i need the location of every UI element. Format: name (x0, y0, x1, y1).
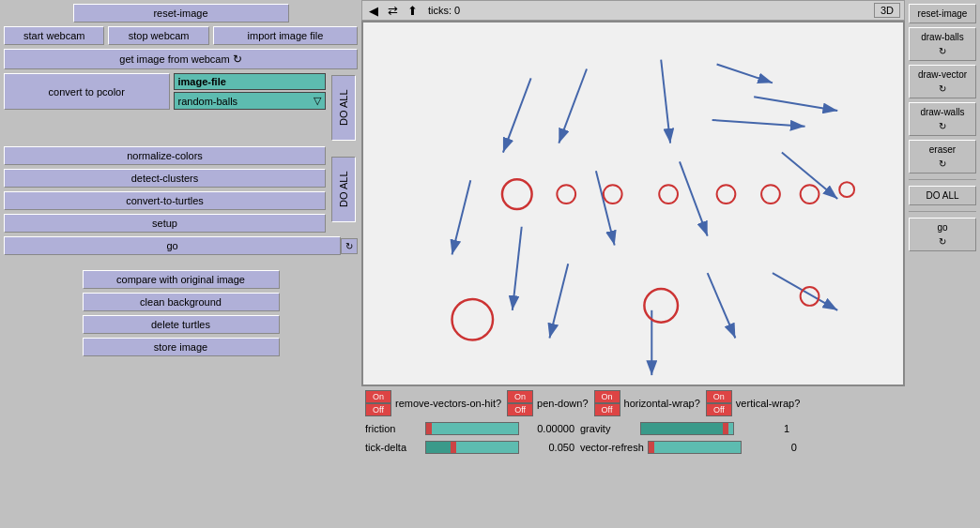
gravity-value: 1 (738, 423, 789, 434)
eraser-button[interactable]: eraser ↻ (909, 140, 976, 173)
swap-icon[interactable]: ⇄ (385, 3, 401, 19)
pen-down-label: pen-down? (537, 398, 588, 409)
friction-track[interactable] (425, 422, 519, 435)
detect-clusters-button[interactable]: detect-clusters (4, 169, 326, 188)
gravity-thumb[interactable] (723, 423, 728, 434)
svg-point-23 (839, 182, 854, 197)
vertical-wrap-switch[interactable]: On Off (706, 390, 732, 416)
separator (909, 179, 976, 180)
convert-pcolor-button[interactable]: convert to pcolor (4, 73, 170, 110)
gravity-label: gravity (580, 423, 636, 434)
horizontal-wrap-on[interactable]: On (594, 390, 620, 403)
pen-down-switch[interactable]: On Off (507, 390, 533, 416)
vector-refresh-value: 0 (745, 442, 797, 453)
svg-line-14 (452, 180, 471, 254)
svg-point-16 (502, 179, 532, 209)
svg-line-12 (708, 273, 736, 338)
svg-line-10 (513, 227, 522, 310)
gravity-fill (641, 423, 728, 434)
horizontal-wrap-label: horizontal-wrap? (624, 398, 700, 409)
clean-background-button[interactable]: clean background (83, 293, 280, 311)
tick-delta-value: 0.050 (523, 442, 574, 453)
svg-line-1 (503, 78, 531, 152)
pen-down-on[interactable]: On (507, 390, 533, 403)
go-right-button[interactable]: go ↻ (909, 218, 976, 251)
reset-image-button[interactable]: reset-image (73, 4, 289, 23)
svg-point-26 (801, 287, 819, 306)
store-image-button[interactable]: store image (83, 338, 280, 356)
refresh-icon: ↻ (233, 53, 242, 66)
svg-point-20 (717, 185, 736, 204)
do-all-button-2[interactable]: DO ALL (331, 157, 356, 222)
remove-vectors-on[interactable]: On (365, 390, 391, 403)
dropdown-item-random-balls[interactable]: random-balls ▽ (174, 92, 327, 110)
do-all-right-button[interactable]: DO ALL (909, 186, 976, 205)
go-refresh-icon[interactable]: ↻ (341, 238, 358, 254)
pen-down-switch-group: On Off pen-down? (507, 390, 588, 416)
horizontal-wrap-switch[interactable]: On Off (594, 390, 620, 416)
svg-point-24 (452, 299, 494, 340)
left-arrow-icon[interactable]: ◀ (366, 3, 381, 19)
draw-balls-button[interactable]: draw-balls ↻ (909, 27, 976, 61)
svg-point-18 (604, 185, 622, 204)
vertical-wrap-label: vertical-wrap? (736, 398, 800, 409)
setup-button[interactable]: setup (4, 214, 326, 233)
start-webcam-button[interactable]: start webcam (4, 26, 104, 45)
pen-down-off[interactable]: Off (507, 403, 533, 416)
dropdown-item-image-file[interactable]: image-file (174, 73, 327, 90)
get-image-button[interactable]: get image from webcam ↻ (4, 49, 358, 69)
svg-point-17 (557, 185, 575, 204)
delete-turtles-button[interactable]: delete turtles (83, 315, 280, 334)
friction-thumb[interactable] (426, 423, 432, 434)
remove-vectors-label: remove-vectors-on-hit? (395, 398, 501, 409)
draw-walls-button[interactable]: draw-walls ↻ (909, 102, 976, 136)
tick-delta-track[interactable] (425, 441, 519, 454)
remove-vectors-switch[interactable]: On Off (365, 390, 391, 416)
vector-refresh-label: vector-refresh (580, 442, 644, 453)
compare-button[interactable]: compare with original image (83, 270, 280, 289)
do-all-button-1[interactable]: DO ALL (331, 75, 356, 141)
simulation-svg (363, 23, 903, 385)
friction-slider-group: friction 0.00000 (365, 422, 574, 435)
bottom-controls: On Off remove-vectors-on-hit? On Off pen… (361, 386, 905, 458)
svg-line-4 (717, 65, 773, 83)
svg-line-7 (782, 153, 837, 199)
tick-delta-slider-group: tick-delta 0.050 (365, 441, 574, 454)
vector-refresh-thumb[interactable] (649, 442, 654, 453)
svg-line-3 (661, 60, 670, 143)
vector-refresh-track[interactable] (648, 441, 742, 454)
vertical-wrap-switch-group: On Off vertical-wrap? (706, 390, 800, 416)
svg-point-21 (761, 185, 780, 204)
convert-turtles-button[interactable]: convert-to-turtles (4, 191, 326, 210)
svg-point-22 (801, 185, 819, 204)
go-button[interactable]: go (4, 236, 341, 255)
draw-vector-button[interactable]: draw-vector ↻ (909, 65, 976, 98)
draw-walls-refresh-icon: ↻ (939, 121, 946, 131)
remove-vectors-switch-group: On Off remove-vectors-on-hit? (365, 390, 501, 416)
svg-line-11 (549, 264, 568, 338)
svg-point-25 (644, 289, 678, 323)
horizontal-wrap-off[interactable]: Off (594, 403, 620, 416)
svg-point-19 (659, 185, 678, 204)
horizontal-wrap-switch-group: On Off horizontal-wrap? (594, 390, 700, 416)
gravity-track[interactable] (640, 422, 734, 435)
tick-delta-thumb[interactable] (451, 442, 456, 453)
vertical-wrap-off[interactable]: Off (706, 403, 732, 416)
separator-2 (909, 211, 976, 212)
normalize-button[interactable]: normalize-colors (4, 146, 326, 165)
draw-vector-refresh-icon: ↻ (939, 83, 946, 94)
reset-image-right-button[interactable]: reset-image (909, 4, 976, 23)
vertical-wrap-on[interactable]: On (706, 390, 732, 403)
eraser-refresh-icon: ↻ (939, 158, 946, 169)
svg-line-5 (754, 97, 837, 111)
tick-delta-fill (426, 442, 453, 453)
simulation-canvas[interactable] (361, 21, 905, 386)
up-down-icon[interactable]: ⬆ (405, 3, 421, 19)
3d-button[interactable]: 3D (874, 3, 900, 18)
friction-value: 0.00000 (523, 423, 574, 434)
remove-vectors-off[interactable]: Off (365, 403, 391, 416)
svg-line-2 (559, 68, 587, 143)
import-image-button[interactable]: import image file (213, 26, 358, 45)
stop-webcam-button[interactable]: stop webcam (108, 26, 208, 45)
svg-line-6 (712, 120, 805, 127)
